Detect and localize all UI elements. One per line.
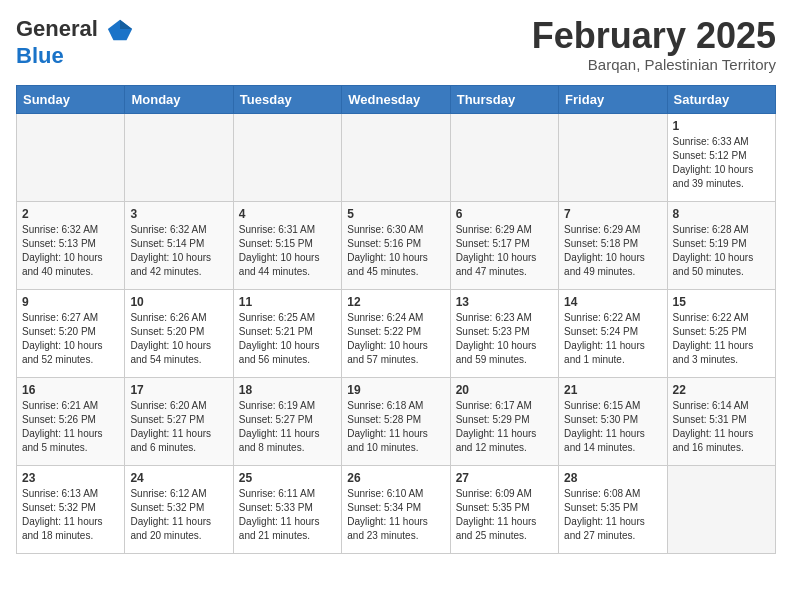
page-header: General Blue February 2025 Barqan, Pales… [16,16,776,73]
calendar-cell: 3Sunrise: 6:32 AM Sunset: 5:14 PM Daylig… [125,201,233,289]
day-number: 21 [564,383,661,397]
calendar-cell: 21Sunrise: 6:15 AM Sunset: 5:30 PM Dayli… [559,377,667,465]
day-number: 17 [130,383,227,397]
day-number: 16 [22,383,119,397]
calendar-table: SundayMondayTuesdayWednesdayThursdayFrid… [16,85,776,554]
day-number: 9 [22,295,119,309]
calendar-cell [667,465,775,553]
day-info: Sunrise: 6:11 AM Sunset: 5:33 PM Dayligh… [239,487,336,543]
day-info: Sunrise: 6:17 AM Sunset: 5:29 PM Dayligh… [456,399,553,455]
logo-icon [106,16,134,44]
day-number: 15 [673,295,770,309]
day-info: Sunrise: 6:26 AM Sunset: 5:20 PM Dayligh… [130,311,227,367]
calendar-cell [125,113,233,201]
logo-blue: Blue [16,44,134,68]
day-number: 19 [347,383,444,397]
day-info: Sunrise: 6:29 AM Sunset: 5:17 PM Dayligh… [456,223,553,279]
logo-general: General [16,16,98,41]
calendar-cell: 20Sunrise: 6:17 AM Sunset: 5:29 PM Dayli… [450,377,558,465]
calendar-subtitle: Barqan, Palestinian Territory [532,56,776,73]
day-number: 13 [456,295,553,309]
weekday-header-monday: Monday [125,85,233,113]
day-info: Sunrise: 6:23 AM Sunset: 5:23 PM Dayligh… [456,311,553,367]
calendar-cell: 2Sunrise: 6:32 AM Sunset: 5:13 PM Daylig… [17,201,125,289]
calendar-cell [17,113,125,201]
day-info: Sunrise: 6:33 AM Sunset: 5:12 PM Dayligh… [673,135,770,191]
day-info: Sunrise: 6:08 AM Sunset: 5:35 PM Dayligh… [564,487,661,543]
day-number: 10 [130,295,227,309]
calendar-cell: 19Sunrise: 6:18 AM Sunset: 5:28 PM Dayli… [342,377,450,465]
day-number: 18 [239,383,336,397]
day-info: Sunrise: 6:32 AM Sunset: 5:13 PM Dayligh… [22,223,119,279]
day-info: Sunrise: 6:15 AM Sunset: 5:30 PM Dayligh… [564,399,661,455]
calendar-cell: 28Sunrise: 6:08 AM Sunset: 5:35 PM Dayli… [559,465,667,553]
week-row-1: 1Sunrise: 6:33 AM Sunset: 5:12 PM Daylig… [17,113,776,201]
day-number: 8 [673,207,770,221]
day-number: 27 [456,471,553,485]
calendar-cell: 25Sunrise: 6:11 AM Sunset: 5:33 PM Dayli… [233,465,341,553]
day-number: 3 [130,207,227,221]
day-info: Sunrise: 6:13 AM Sunset: 5:32 PM Dayligh… [22,487,119,543]
weekday-row: SundayMondayTuesdayWednesdayThursdayFrid… [17,85,776,113]
calendar-cell: 1Sunrise: 6:33 AM Sunset: 5:12 PM Daylig… [667,113,775,201]
day-info: Sunrise: 6:21 AM Sunset: 5:26 PM Dayligh… [22,399,119,455]
day-number: 20 [456,383,553,397]
calendar-cell [559,113,667,201]
day-info: Sunrise: 6:12 AM Sunset: 5:32 PM Dayligh… [130,487,227,543]
day-info: Sunrise: 6:25 AM Sunset: 5:21 PM Dayligh… [239,311,336,367]
day-info: Sunrise: 6:24 AM Sunset: 5:22 PM Dayligh… [347,311,444,367]
title-block: February 2025 Barqan, Palestinian Territ… [532,16,776,73]
day-info: Sunrise: 6:18 AM Sunset: 5:28 PM Dayligh… [347,399,444,455]
day-info: Sunrise: 6:30 AM Sunset: 5:16 PM Dayligh… [347,223,444,279]
day-info: Sunrise: 6:22 AM Sunset: 5:25 PM Dayligh… [673,311,770,367]
calendar-cell [342,113,450,201]
day-number: 28 [564,471,661,485]
calendar-cell: 5Sunrise: 6:30 AM Sunset: 5:16 PM Daylig… [342,201,450,289]
calendar-cell: 8Sunrise: 6:28 AM Sunset: 5:19 PM Daylig… [667,201,775,289]
day-number: 6 [456,207,553,221]
day-number: 25 [239,471,336,485]
week-row-5: 23Sunrise: 6:13 AM Sunset: 5:32 PM Dayli… [17,465,776,553]
day-number: 22 [673,383,770,397]
day-info: Sunrise: 6:27 AM Sunset: 5:20 PM Dayligh… [22,311,119,367]
week-row-3: 9Sunrise: 6:27 AM Sunset: 5:20 PM Daylig… [17,289,776,377]
day-number: 7 [564,207,661,221]
day-number: 23 [22,471,119,485]
day-info: Sunrise: 6:10 AM Sunset: 5:34 PM Dayligh… [347,487,444,543]
day-number: 4 [239,207,336,221]
calendar-cell: 23Sunrise: 6:13 AM Sunset: 5:32 PM Dayli… [17,465,125,553]
day-number: 12 [347,295,444,309]
calendar-cell: 11Sunrise: 6:25 AM Sunset: 5:21 PM Dayli… [233,289,341,377]
calendar-cell: 13Sunrise: 6:23 AM Sunset: 5:23 PM Dayli… [450,289,558,377]
calendar-cell: 27Sunrise: 6:09 AM Sunset: 5:35 PM Dayli… [450,465,558,553]
calendar-cell: 16Sunrise: 6:21 AM Sunset: 5:26 PM Dayli… [17,377,125,465]
calendar-cell [233,113,341,201]
calendar-body: 1Sunrise: 6:33 AM Sunset: 5:12 PM Daylig… [17,113,776,553]
day-number: 24 [130,471,227,485]
day-number: 2 [22,207,119,221]
day-number: 5 [347,207,444,221]
logo: General Blue [16,16,134,68]
day-info: Sunrise: 6:31 AM Sunset: 5:15 PM Dayligh… [239,223,336,279]
calendar-cell: 26Sunrise: 6:10 AM Sunset: 5:34 PM Dayli… [342,465,450,553]
calendar-cell: 10Sunrise: 6:26 AM Sunset: 5:20 PM Dayli… [125,289,233,377]
calendar-cell: 12Sunrise: 6:24 AM Sunset: 5:22 PM Dayli… [342,289,450,377]
day-info: Sunrise: 6:28 AM Sunset: 5:19 PM Dayligh… [673,223,770,279]
day-number: 26 [347,471,444,485]
weekday-header-saturday: Saturday [667,85,775,113]
day-info: Sunrise: 6:22 AM Sunset: 5:24 PM Dayligh… [564,311,661,367]
week-row-2: 2Sunrise: 6:32 AM Sunset: 5:13 PM Daylig… [17,201,776,289]
calendar-cell: 17Sunrise: 6:20 AM Sunset: 5:27 PM Dayli… [125,377,233,465]
day-info: Sunrise: 6:20 AM Sunset: 5:27 PM Dayligh… [130,399,227,455]
calendar-cell: 15Sunrise: 6:22 AM Sunset: 5:25 PM Dayli… [667,289,775,377]
weekday-header-sunday: Sunday [17,85,125,113]
weekday-header-tuesday: Tuesday [233,85,341,113]
day-number: 1 [673,119,770,133]
calendar-header: SundayMondayTuesdayWednesdayThursdayFrid… [17,85,776,113]
calendar-cell: 22Sunrise: 6:14 AM Sunset: 5:31 PM Dayli… [667,377,775,465]
calendar-cell: 4Sunrise: 6:31 AM Sunset: 5:15 PM Daylig… [233,201,341,289]
calendar-cell: 7Sunrise: 6:29 AM Sunset: 5:18 PM Daylig… [559,201,667,289]
calendar-cell: 9Sunrise: 6:27 AM Sunset: 5:20 PM Daylig… [17,289,125,377]
week-row-4: 16Sunrise: 6:21 AM Sunset: 5:26 PM Dayli… [17,377,776,465]
weekday-header-thursday: Thursday [450,85,558,113]
